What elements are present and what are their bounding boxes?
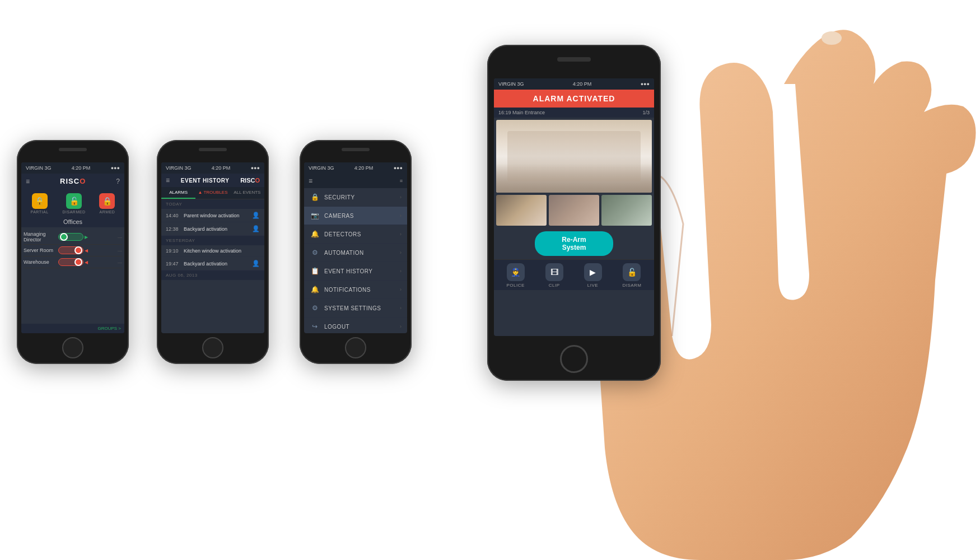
menu-notifications[interactable]: 🔔 NOTIFICATIONS › — [304, 281, 407, 299]
arm-disarmed-btn[interactable]: 🔓 DISARMED — [63, 193, 86, 214]
phone2-event2-time: 12:38 — [166, 226, 181, 232]
arm-partial-btn[interactable]: 🔒 PARTIAL — [31, 193, 49, 214]
slider-thumb-sr — [74, 246, 82, 254]
phone1-groups-btn[interactable]: GROUPS > — [21, 324, 124, 333]
phone4-thumb-1[interactable] — [496, 195, 547, 226]
phone4-rearm-btn[interactable]: Re-Arm System — [535, 231, 613, 256]
menu-security[interactable]: 🔒 SECURITY › — [304, 188, 407, 207]
phone1-help-icon[interactable]: ? — [116, 178, 120, 185]
phone4-thumbnail-row — [494, 195, 654, 228]
zone-name-md: Managing Director — [24, 231, 58, 242]
phone1-location: Offices — [21, 216, 124, 227]
zone-dash-sr: — — [88, 248, 123, 253]
phone4-live-btn[interactable]: ▶ LIVE — [584, 263, 602, 288]
phone2-event3-desc: Kitchen window activation — [184, 248, 260, 254]
phone2-event-4[interactable]: 19:47 Backyard activation 👤 — [161, 257, 264, 270]
menu-detectors[interactable]: 🔔 DETECTORS › — [304, 225, 407, 244]
police-icon: 👮 — [507, 263, 525, 281]
phone1-menu-icon[interactable]: ≡ — [26, 178, 30, 185]
zone-slider-wh[interactable] — [58, 258, 83, 266]
cameras-icon: 📷 — [310, 212, 320, 220]
arm-armed-btn[interactable]: 🔒 ARMED — [99, 193, 115, 214]
phone3-content: VIRGIN 3G 4:20 PM ●●● ≡ ≡ 🔒 SECURITY › 📷… — [304, 162, 407, 333]
disarmed-label: DISARMED — [63, 210, 86, 214]
cam-room-view — [496, 120, 652, 193]
tab-all-events[interactable]: ALL EVENTS — [230, 187, 264, 199]
phone1-home-btn[interactable] — [62, 337, 83, 358]
phone2-event-1[interactable]: 14:40 Parent window activation 👤 — [161, 209, 264, 222]
slider-thumb-md — [60, 233, 68, 241]
phone1-speaker — [59, 148, 87, 151]
zone-name-wh: Warehouse — [24, 259, 58, 265]
phone1-status-bar: VIRGIN 3G 4:20 PM ●●● — [21, 162, 124, 174]
disarm-label: DISARM — [622, 283, 641, 288]
phone2-event4-time: 19:47 — [166, 261, 181, 267]
menu-detectors-label: DETECTORS — [324, 231, 400, 237]
tab-troubles[interactable]: ▲ TROUBLES — [195, 187, 230, 199]
disarmed-icon: 🔓 — [66, 193, 82, 209]
phone1-logo-accent: O — [80, 177, 86, 185]
phone4-clip-btn[interactable]: 🎞 CLIP — [545, 263, 563, 288]
menu-event-history-label: EVENT HISTORY — [324, 268, 400, 274]
phone3-header: ≡ ≡ — [304, 174, 407, 188]
phone3-status-bar: VIRGIN 3G 4:20 PM ●●● — [304, 162, 407, 174]
phone1-screen: VIRGIN 3G 4:20 PM ●●● ≡ RISCO ? 🔒 PARTIA… — [21, 162, 124, 333]
notifications-icon: 🔔 — [310, 286, 320, 293]
phone1-battery: ●●● — [111, 165, 120, 171]
phone4-home-btn[interactable] — [560, 345, 588, 373]
phone2-time: 4:20 PM — [212, 165, 231, 171]
phone2-event-2[interactable]: 12:38 Backyard activation 👤 — [161, 222, 264, 236]
phone2-content: VIRGIN 3G 4:20 PM ●●● ≡ EVENT HISTORY RI… — [161, 162, 264, 333]
phone2-event2-desc: Backyard activation — [184, 226, 252, 232]
phone2-event4-icon: 👤 — [252, 260, 260, 267]
phone3-speaker — [342, 148, 370, 151]
zone-row-md: Managing Director ▶ — — [24, 230, 122, 245]
zone-slider-sr[interactable] — [58, 246, 83, 254]
logout-icon: ↪ — [310, 323, 320, 330]
security-icon: 🔒 — [310, 193, 320, 201]
finger-nail — [822, 31, 842, 45]
phone1-header: ≡ RISCO ? — [21, 174, 124, 189]
phone2-logo-accent: O — [255, 177, 260, 184]
live-label: LIVE — [587, 283, 598, 288]
menu-system-settings[interactable]: ⚙ SYSTEM SETTINGS › — [304, 299, 407, 318]
police-label: POLICE — [506, 283, 524, 288]
event-history-icon: 📋 — [310, 267, 320, 275]
phone2-header: ≡ EVENT HISTORY RISCO — [161, 174, 264, 187]
phone4-thumb-3[interactable] — [601, 195, 652, 226]
disarm-icon: 🔓 — [623, 263, 641, 281]
phone4-carrier: VIRGIN 3G — [498, 81, 524, 87]
menu-automation-label: AUTOMATION — [324, 250, 400, 256]
phone2-event4-desc: Backyard activation — [184, 261, 252, 267]
phone3-home-btn[interactable] — [345, 337, 366, 358]
menu-security-label: SECURITY — [324, 194, 400, 200]
zone-dash-wh: — — [88, 260, 123, 265]
clip-label: CLIP — [549, 283, 560, 288]
tab-alarms[interactable]: ALARMS — [161, 187, 195, 199]
phone2-event1-icon: 👤 — [252, 212, 260, 219]
phone1-logo: RISCO — [60, 177, 86, 185]
zone-dash-md: — — [88, 235, 123, 240]
menu-automation[interactable]: ⚙ AUTOMATION › — [304, 244, 407, 262]
menu-event-history[interactable]: 📋 EVENT HISTORY › — [304, 262, 407, 281]
phone3-frame: VIRGIN 3G 4:20 PM ●●● ≡ ≡ 🔒 SECURITY › 📷… — [300, 140, 412, 364]
zone-slider-md[interactable] — [58, 233, 83, 241]
clip-icon: 🎞 — [545, 263, 563, 281]
phone2-logo: RISCO — [240, 177, 260, 184]
menu-cameras[interactable]: 📷 CAMERAS › — [304, 207, 407, 225]
phone4-main-camera[interactable] — [496, 120, 652, 193]
phone4-police-btn[interactable]: 👮 POLICE — [506, 263, 524, 288]
partial-icon: 🔒 — [32, 193, 48, 209]
detectors-icon: 🔔 — [310, 230, 320, 238]
phone4-disarm-btn[interactable]: 🔓 DISARM — [622, 263, 641, 288]
menu-logout[interactable]: ↪ LOGOUT › — [304, 318, 407, 333]
phone2-event1-time: 14:40 — [166, 213, 181, 218]
phone1-time: 4:20 PM — [72, 165, 91, 171]
phone4-thumb-2[interactable] — [549, 195, 599, 226]
phone2-menu-icon[interactable]: ≡ — [166, 176, 170, 184]
phone2-event1-desc: Parent window activation — [184, 213, 252, 218]
phone2-home-btn[interactable] — [202, 337, 223, 358]
phone2-event-3[interactable]: 19:10 Kitchen window activation — [161, 245, 264, 257]
phone3-menu-icon[interactable]: ≡ — [309, 177, 312, 185]
phone1-carrier: VIRGIN 3G — [26, 165, 52, 171]
